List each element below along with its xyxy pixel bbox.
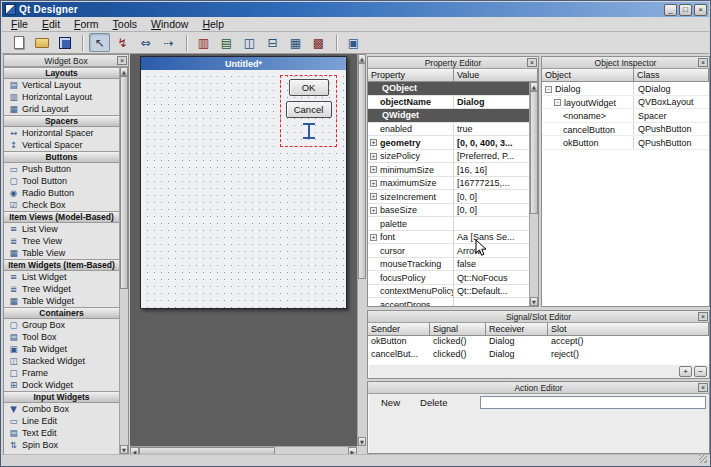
expand-icon[interactable]: +	[370, 166, 377, 173]
edit-signals-slots-icon[interactable]: ↯	[112, 33, 133, 52]
layout-horizontal-icon[interactable]: ▥	[193, 33, 214, 52]
close-panel-icon[interactable]: ×	[527, 58, 537, 67]
save-form-icon[interactable]	[54, 33, 75, 52]
widgetbox-item-list-view[interactable]: ≡List View	[4, 223, 119, 235]
signal-slot-row[interactable]: okButtonclicked()Dialogaccept()	[368, 336, 709, 349]
column-header-property[interactable]: Property	[368, 69, 454, 82]
vertical-spacer-indicator[interactable]	[303, 123, 315, 139]
property-row-objectname[interactable]: objectNameDialog	[368, 96, 529, 110]
scroll-thumb[interactable]	[530, 91, 538, 214]
edit-buddies-icon[interactable]: ⇔	[135, 33, 156, 52]
widgetbox-item-grid-layout[interactable]: ▦Grid Layout	[4, 103, 119, 115]
layout-vertical-splitter-icon[interactable]: ⊟	[262, 33, 283, 52]
property-row-minimumsize[interactable]: +minimumSize[16, 16]	[368, 163, 529, 177]
widgetbox-section-spacers[interactable]: Spacers	[4, 115, 119, 127]
column-header-slot[interactable]: Slot	[548, 323, 709, 336]
widgetbox-item-line-edit[interactable]: ▭Line Edit	[4, 415, 119, 427]
property-row-maximumsize[interactable]: +maximumSize[16777215,...	[368, 177, 529, 191]
scroll-thumb[interactable]	[120, 76, 128, 289]
property-row-sizepolicy[interactable]: +sizePolicy[Preferred, P...	[368, 150, 529, 164]
property-editor-scrollbar[interactable]: ▲ ▼	[529, 82, 538, 306]
expand-icon[interactable]: +	[370, 234, 377, 241]
expand-icon[interactable]: +	[370, 139, 377, 146]
signal-slot-titlebar[interactable]: Signal/Slot Editor ×	[368, 311, 709, 323]
property-row-basesize[interactable]: +baseSize[0, 0]	[368, 204, 529, 218]
property-row-palette[interactable]: palette	[368, 217, 529, 231]
menu-help[interactable]: Help	[195, 17, 231, 32]
layout-selection-rect[interactable]: OK Cancel	[280, 75, 337, 147]
property-row-contextmenupolicy[interactable]: contextMenuPolicyQt::Default...	[368, 285, 529, 299]
tree-toggle-icon[interactable]: -	[554, 99, 561, 106]
layout-grid-icon[interactable]: ▦	[285, 33, 306, 52]
inspector-row-dialog[interactable]: -DialogQDialog	[542, 82, 709, 96]
menu-form[interactable]: Form	[67, 17, 106, 32]
layout-vertical-icon[interactable]: ▤	[216, 33, 237, 52]
scroll-thumb[interactable]	[358, 63, 366, 279]
form-canvas[interactable]: OK Cancel	[141, 70, 346, 308]
expand-icon[interactable]: +	[370, 153, 377, 160]
expand-icon[interactable]: +	[370, 180, 377, 187]
open-form-icon[interactable]	[31, 33, 52, 52]
new-form-icon[interactable]	[8, 33, 29, 52]
expand-icon[interactable]: +	[370, 207, 377, 214]
property-group-qobject[interactable]: QObject	[368, 82, 529, 96]
column-header-object[interactable]: Object	[542, 69, 634, 82]
widgetbox-section-layouts[interactable]: Layouts	[4, 67, 119, 79]
column-header-value[interactable]: Value	[454, 69, 538, 82]
column-header-receiver[interactable]: Receiver	[486, 323, 548, 336]
scroll-down-icon[interactable]: ▼	[120, 445, 128, 454]
widgetbox-item-vertical-spacer[interactable]: ↕Vertical Spacer	[4, 139, 119, 151]
widgetbox-item-text-edit[interactable]: ▤Text Edit	[4, 427, 119, 439]
widgetbox-item-check-box[interactable]: ☑Check Box	[4, 199, 119, 211]
column-header-class[interactable]: Class	[634, 69, 709, 82]
scroll-up-icon[interactable]: ▲	[358, 54, 366, 63]
widgetbox-item-frame[interactable]: □Frame	[4, 367, 119, 379]
remove-connection-button[interactable]: −	[694, 366, 707, 377]
scroll-up-icon[interactable]: ▲	[530, 82, 538, 91]
widgetbox-item-horizontal-spacer[interactable]: ↔Horizontal Spacer	[4, 127, 119, 139]
scroll-down-icon[interactable]: ▼	[530, 297, 538, 306]
close-panel-icon[interactable]: ×	[698, 383, 708, 392]
action-filter-input[interactable]	[480, 396, 706, 409]
resize-grip[interactable]	[699, 455, 707, 463]
canvas-vertical-scrollbar[interactable]: ▲ ▼	[357, 54, 366, 446]
property-row-geometry[interactable]: +geometry[0, 0, 400, 3...	[368, 136, 529, 150]
widgetbox-section-item-widgets-item-based[interactable]: Item Widgets (Item-Based)	[4, 259, 119, 271]
object-inspector-titlebar[interactable]: Object Inspector ×	[542, 57, 709, 69]
widgetbox-section-containers[interactable]: Containers	[4, 307, 119, 319]
property-group-qwidget[interactable]: QWidget	[368, 109, 529, 123]
signal-slot-row[interactable]: cancelBut...clicked()Dialogreject()	[368, 349, 709, 362]
action-editor-titlebar[interactable]: Action Editor ×	[368, 382, 709, 394]
widgetbox-item-tool-button[interactable]: ▢Tool Button	[4, 175, 119, 187]
widget-box-scrollbar[interactable]: ▲ ▼	[119, 67, 128, 454]
widgetbox-item-tree-view[interactable]: ≣Tree View	[4, 235, 119, 247]
tree-toggle-icon[interactable]: -	[545, 86, 552, 93]
close-icon[interactable]: ×	[694, 4, 707, 16]
menu-edit[interactable]: Edit	[35, 17, 67, 32]
ok-button[interactable]: OK	[289, 79, 329, 96]
widgetbox-item-vertical-layout[interactable]: ▤Vertical Layout	[4, 79, 119, 91]
widgetbox-item-tab-widget[interactable]: ▣Tab Widget	[4, 343, 119, 355]
inspector-row-noname[interactable]: <noname>Spacer	[542, 109, 709, 123]
widgetbox-item-dock-widget[interactable]: ⊞Dock Widget	[4, 379, 119, 391]
widgetbox-section-input-widgets[interactable]: Input Widgets	[4, 391, 119, 403]
minimize-icon[interactable]: _	[664, 4, 677, 16]
break-layout-icon[interactable]: ▩	[308, 33, 329, 52]
maximize-icon[interactable]: □	[679, 4, 692, 16]
delete-action-button[interactable]: Delete	[413, 396, 454, 409]
widgetbox-item-table-widget[interactable]: ▦Table Widget	[4, 295, 119, 307]
widgetbox-item-stacked-widget[interactable]: ◫Stacked Widget	[4, 355, 119, 367]
property-row-sizeincrement[interactable]: +sizeIncrement[0, 0]	[368, 190, 529, 204]
menu-file[interactable]: File	[4, 17, 35, 32]
inspector-row-okbutton[interactable]: okButtonQPushButton	[542, 136, 709, 150]
property-row-enabled[interactable]: enabledtrue	[368, 123, 529, 137]
close-panel-icon[interactable]: ×	[698, 312, 708, 321]
form-titlebar[interactable]: Untitled*	[141, 57, 346, 70]
expand-icon[interactable]: +	[370, 193, 377, 200]
widgetbox-item-tool-box[interactable]: ▤Tool Box	[4, 331, 119, 343]
scroll-up-icon[interactable]: ▲	[120, 67, 128, 76]
widget-box-titlebar[interactable]: Widget Box ×	[4, 55, 128, 67]
inspector-row-cancelbutton[interactable]: cancelButtonQPushButton	[542, 123, 709, 137]
edit-widgets-icon[interactable]: ↖	[89, 33, 110, 52]
property-row-acceptdrops[interactable]: acceptDrops	[368, 298, 529, 306]
